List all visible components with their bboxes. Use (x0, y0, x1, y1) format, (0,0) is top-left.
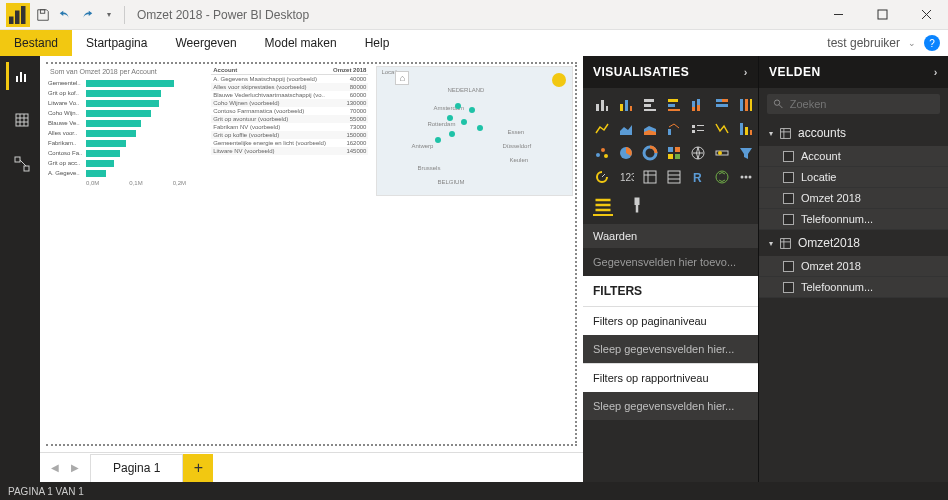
viz-type-icon[interactable] (617, 96, 635, 114)
filter-page-section[interactable]: Filters op paginaniveau (583, 306, 758, 335)
viz-type-icon[interactable] (593, 144, 611, 162)
collapse-visualisations-icon[interactable]: › (744, 66, 748, 78)
field-item[interactable]: Telefoonnum... (759, 277, 948, 298)
qat-dropdown-icon[interactable]: ▾ (100, 6, 118, 24)
viz-type-icon[interactable] (665, 144, 683, 162)
minimize-button[interactable] (816, 0, 860, 30)
svg-point-53 (601, 148, 605, 152)
viz-type-icon[interactable] (689, 144, 707, 162)
values-dropzone[interactable]: Gegevensvelden hier toevo... (583, 248, 758, 276)
filter-page-dropzone[interactable]: Sleep gegevensvelden hier... (583, 335, 758, 363)
menu-file[interactable]: Bestand (0, 30, 72, 56)
viz-type-icon[interactable]: R (689, 168, 707, 186)
viz-type-icon[interactable] (689, 120, 707, 138)
viz-type-icon[interactable]: 123 (617, 168, 635, 186)
maximize-button[interactable] (860, 0, 904, 30)
viz-type-icon[interactable] (713, 96, 731, 114)
map-label: NEDERLAND (447, 87, 484, 93)
viz-type-icon[interactable] (641, 168, 659, 186)
app-brand-icon (6, 3, 30, 27)
svg-rect-26 (644, 104, 651, 107)
filter-report-section[interactable]: Filters op rapportniveau (583, 363, 758, 392)
viz-type-icon[interactable] (641, 144, 659, 162)
page-next-icon[interactable]: ▶ (66, 459, 84, 477)
nav-data-icon[interactable] (6, 106, 34, 134)
map-label: BELGIUM (437, 179, 464, 185)
viz-type-icon[interactable] (641, 120, 659, 138)
format-tool-icon[interactable] (627, 196, 647, 216)
viz-type-icon[interactable] (617, 120, 635, 138)
field-checkbox[interactable] (783, 282, 794, 293)
fields-tool-icon[interactable] (593, 196, 613, 216)
nav-model-icon[interactable] (6, 150, 34, 178)
user-chevron-icon[interactable]: ⌄ (908, 38, 916, 48)
table-row[interactable]: Litware NV (voorbeeld)145000 (211, 147, 368, 155)
viz-type-icon[interactable] (737, 168, 755, 186)
viz-type-icon[interactable] (593, 120, 611, 138)
viz-type-icon[interactable] (665, 120, 683, 138)
viz-type-icon[interactable] (713, 120, 731, 138)
bar-chart-title: Som van Omzet 2018 per Account (46, 66, 203, 78)
viz-type-icon[interactable] (593, 168, 611, 186)
table-row[interactable]: Gemeentelijke energie en licht (voorbeel… (211, 139, 368, 147)
viz-type-icon[interactable] (665, 96, 683, 114)
field-item[interactable]: Telefoonnum... (759, 209, 948, 230)
viz-type-icon[interactable] (689, 96, 707, 114)
svg-rect-29 (668, 104, 675, 107)
filters-header: FILTERS (583, 276, 758, 306)
field-item[interactable]: Omzet 2018 (759, 256, 948, 277)
viz-type-icon[interactable] (713, 144, 731, 162)
viz-type-icon[interactable] (641, 96, 659, 114)
table-row[interactable]: Contoso Farmamatica (voorbeeld)70000 (211, 107, 368, 115)
fields-search[interactable] (767, 94, 940, 114)
table-row[interactable]: Blauwe Vederluchtvaartmaatschappij (vo..… (211, 91, 368, 99)
map-home-icon[interactable]: ⌂ (395, 71, 409, 85)
save-icon[interactable] (34, 6, 52, 24)
table-row[interactable]: A. Gegevens Maatschappij (voorbeeld)4000… (211, 75, 368, 84)
menu-start[interactable]: Startpagina (72, 30, 161, 56)
redo-icon[interactable] (78, 6, 96, 24)
field-checkbox[interactable] (783, 193, 794, 204)
nav-report-icon[interactable] (6, 62, 34, 90)
page-prev-icon[interactable]: ◀ (46, 459, 64, 477)
bar-chart-visual[interactable]: Som van Omzet 2018 per Account Gemeentel… (46, 66, 203, 196)
user-label[interactable]: test gebruiker (827, 36, 900, 50)
table-row[interactable]: Grit op koffie (voorbeeld)150000 (211, 131, 368, 139)
field-checkbox[interactable] (783, 261, 794, 272)
viz-type-icon[interactable] (617, 144, 635, 162)
field-checkbox[interactable] (783, 172, 794, 183)
viz-type-icon[interactable] (737, 144, 755, 162)
help-icon[interactable]: ? (924, 35, 940, 51)
svg-rect-49 (740, 123, 743, 135)
table-visual[interactable]: AccountOmzet 2018A. Gegevens Maatschappi… (211, 66, 368, 196)
field-item[interactable]: Account (759, 146, 948, 167)
viz-type-icon[interactable] (737, 96, 755, 114)
map-marker-icon[interactable] (552, 73, 566, 87)
menu-model[interactable]: Model maken (251, 30, 351, 56)
table-row[interactable]: Alles voor skiprestaties (voorbeeld)8000… (211, 83, 368, 91)
filter-report-dropzone[interactable]: Sleep gegevensvelden hier... (583, 392, 758, 420)
table-row[interactable]: Coho Wijnen (voorbeeld)130000 (211, 99, 368, 107)
field-item[interactable]: Locatie (759, 167, 948, 188)
page-tab[interactable]: Pagina 1 (90, 454, 183, 482)
viz-type-icon[interactable] (713, 168, 731, 186)
collapse-fields-icon[interactable]: › (934, 66, 938, 78)
viz-type-icon[interactable] (737, 120, 755, 138)
map-visual[interactable]: Locatie ⌂ NEDERLAND Amsterdam Rotterdam … (376, 66, 573, 196)
table-group[interactable]: ▾accounts (759, 120, 948, 146)
table-group[interactable]: ▾Omzet2018 (759, 230, 948, 256)
menu-help[interactable]: Help (351, 30, 404, 56)
undo-icon[interactable] (56, 6, 74, 24)
close-button[interactable] (904, 0, 948, 30)
field-item[interactable]: Omzet 2018 (759, 188, 948, 209)
svg-rect-21 (606, 106, 608, 111)
table-row[interactable]: Grit op avontuur (voorbeeld)55000 (211, 115, 368, 123)
viz-type-icon[interactable] (665, 168, 683, 186)
viz-type-icon[interactable] (593, 96, 611, 114)
menu-view[interactable]: Weergeven (161, 30, 250, 56)
field-checkbox[interactable] (783, 151, 794, 162)
field-checkbox[interactable] (783, 214, 794, 225)
add-page-button[interactable]: + (183, 454, 213, 482)
table-row[interactable]: Fabrikam NV (voorbeeld)73000 (211, 123, 368, 131)
search-input[interactable] (790, 98, 934, 110)
